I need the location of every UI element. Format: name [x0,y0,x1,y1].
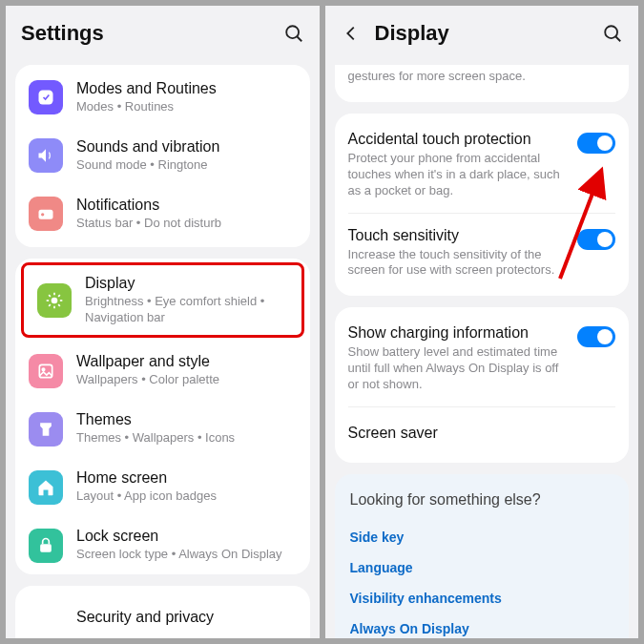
item-title: Modes and Routines [76,80,297,97]
setting-title: Accidental touch protection [348,131,569,148]
item-title: Security and privacy [76,609,297,626]
truncated-card: gestures for more screen space. [335,65,630,102]
item-title: Notifications [76,197,297,214]
settings-screen: Settings Modes and Routines Modes • Rout… [6,6,320,638]
partial-desc: gestures for more screen space. [348,69,616,85]
settings-item-wallpaper[interactable]: Wallpaper and style Wallpapers • Color p… [15,342,310,400]
svg-line-1 [297,36,301,41]
setting-title: Touch sensitivity [348,227,569,244]
back-icon[interactable] [341,23,362,44]
settings-item-home[interactable]: Home screen Layout • App icon badges [15,458,310,516]
else-title: Looking for something else? [350,491,614,509]
themes-icon [29,412,63,447]
touch-card: Accidental touch protection Protect your… [335,114,630,296]
item-sub: Status bar • Do not disturb [76,216,297,232]
item-title: Display [85,275,288,292]
link-aod[interactable]: Always On Display [350,613,614,638]
home-icon [29,470,63,505]
link-language[interactable]: Language [350,552,614,583]
display-screen: Display gestures for more screen space. … [325,6,639,638]
notification-icon [29,197,63,231]
svg-line-10 [49,295,51,297]
settings-item-modes[interactable]: Modes and Routines Modes • Routines [15,69,310,127]
settings-item-lock[interactable]: Lock screen Screen lock type • Always On… [15,516,310,574]
svg-line-18 [615,36,620,41]
svg-line-11 [58,304,60,306]
item-sub: Wallpapers • Color palette [76,372,297,388]
toggle-touch-sensitivity[interactable] [577,229,615,250]
search-icon[interactable] [602,23,623,44]
settings-item-notifications[interactable]: Notifications Status bar • Do not distur… [15,185,310,243]
link-side-key[interactable]: Side key [350,522,614,552]
item-title: Lock screen [76,528,297,545]
looking-for-card: Looking for something else? Side key Lan… [335,474,630,638]
svg-point-15 [42,368,45,371]
item-sub: Sound mode • Ringtone [76,157,297,174]
setting-accidental-touch[interactable]: Accidental touch protection Protect your… [335,117,630,213]
item-sub: Themes • Wallpapers • Icons [76,430,297,447]
svg-point-0 [286,26,299,38]
svg-line-13 [58,295,60,297]
setting-charging-info[interactable]: Show charging information Show battery l… [335,311,630,406]
item-sub: Screen lock type • Always On Display [76,547,297,563]
svg-rect-14 [39,364,52,377]
display-icon [37,283,72,318]
item-sub: Modes • Routines [76,99,297,115]
settings-group-3: Security and privacy [15,586,310,638]
svg-point-5 [52,297,58,303]
settings-header: Settings [6,6,320,65]
display-highlight: Display Brightness • Eye comfort shield … [21,262,304,339]
svg-line-12 [49,304,51,306]
item-sub: Brightness • Eye comfort shield • Naviga… [85,294,288,326]
search-icon[interactable] [283,23,304,44]
svg-rect-2 [39,91,53,105]
setting-desc: Show battery level and estimated time un… [348,344,569,393]
settings-item-display[interactable]: Display Brightness • Eye comfort shield … [24,265,301,336]
settings-item-themes[interactable]: Themes Themes • Wallpapers • Icons [15,400,310,458]
setting-title: Show charging information [348,324,569,342]
setting-title: Screen saver [348,425,438,441]
display-header: Display [325,6,639,65]
toggle-charging-info[interactable] [577,326,615,347]
item-title: Wallpaper and style [76,353,297,370]
lock-icon [29,529,63,563]
item-title: Themes [76,411,297,428]
display-title: Display [375,21,449,46]
settings-group-1: Modes and Routines Modes • Routines Soun… [15,65,310,247]
item-title: Home screen [76,469,297,487]
setting-desc: Increase the touch sensitivity of the sc… [348,247,569,280]
svg-point-17 [605,26,617,38]
settings-item-sounds[interactable]: Sounds and vibration Sound mode • Ringto… [15,127,310,185]
setting-screen-saver[interactable]: Screen saver [335,407,630,459]
settings-title: Settings [21,21,104,46]
item-title: Sounds and vibration [76,138,297,156]
settings-item-security[interactable]: Security and privacy [15,590,310,638]
setting-touch-sensitivity[interactable]: Touch sensitivity Increase the touch sen… [335,214,630,293]
link-visibility[interactable]: Visibility enhancements [350,583,614,613]
svg-rect-16 [40,544,52,551]
sound-icon [29,138,63,173]
toggle-accidental-touch[interactable] [577,133,615,154]
svg-rect-3 [39,210,53,219]
wallpaper-icon [29,354,63,388]
charging-card: Show charging information Show battery l… [335,307,630,463]
modes-icon [29,80,63,114]
svg-point-4 [41,213,44,216]
item-sub: Layout • App icon badges [76,488,297,505]
setting-desc: Protect your phone from accidental touch… [348,151,569,199]
settings-group-2: Display Brightness • Eye comfort shield … [15,259,310,574]
